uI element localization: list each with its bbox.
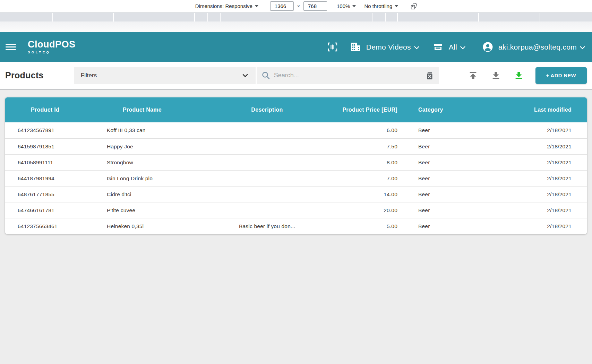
cell-category: Beer (404, 144, 463, 150)
content-area: Product Id Product Name Description Prod… (0, 90, 592, 364)
cell-price: 8.00 (335, 159, 404, 166)
cell-product-name: P'tite cuvee (85, 207, 199, 214)
column-header-description[interactable]: Description (199, 107, 335, 113)
search-input[interactable] (274, 72, 422, 79)
throttling-dropdown[interactable]: No throttling (364, 3, 398, 9)
devtools-toolbar: Dimensions: Responsive × 100% No throttl… (0, 0, 592, 12)
cell-product-name: Strongbow (85, 159, 199, 166)
cell-price: 5.00 (335, 223, 404, 229)
table-body: 641234567891Koff III 0,33 can6.00Beer2/1… (5, 122, 587, 234)
column-header-last-modified[interactable]: Last modified (463, 107, 587, 113)
column-header-price[interactable]: Product Price [EUR] (335, 107, 404, 113)
table-row[interactable]: 641234567891Koff III 0,33 can6.00Beer2/1… (5, 122, 587, 138)
cell-category: Beer (404, 159, 463, 166)
cell-last-modified: 2/18/2021 (463, 144, 587, 150)
brand-logo: CloudPOS SOLTEQ (28, 40, 76, 54)
products-toolbar: Products Filters (0, 62, 592, 90)
chevron-down-icon (242, 74, 248, 77)
chevron-down-icon (460, 46, 465, 49)
products-table: Product Id Product Name Description Prod… (5, 97, 587, 234)
download-template-icon[interactable] (514, 71, 523, 80)
cell-price: 20.00 (335, 207, 404, 214)
dimensions-dropdown[interactable]: Dimensions: Responsive (195, 3, 258, 9)
cell-last-modified: 2/18/2021 (463, 127, 587, 133)
caret-down-icon (352, 5, 356, 7)
column-header-category[interactable]: Category (404, 107, 463, 113)
store-filter-label: All (449, 43, 457, 51)
cell-price: 7.50 (335, 144, 404, 150)
cell-description: Basic beer if you don... (199, 223, 335, 229)
store-group-dropdown[interactable]: Demo Videos (366, 43, 419, 51)
viewport-height-input[interactable] (303, 1, 327, 11)
add-new-button[interactable]: + ADD NEW (535, 67, 587, 84)
cell-category: Beer (404, 175, 463, 182)
viewport-top-gap (0, 21, 592, 32)
cell-product-id: 641598791851 (5, 144, 85, 150)
dimensions-separator: × (297, 3, 300, 9)
cell-price: 7.00 (335, 175, 404, 182)
zoom-dropdown[interactable]: 100% (337, 3, 356, 9)
chevron-down-icon (580, 46, 585, 49)
brand-title: CloudPOS (28, 40, 76, 49)
store-filter-dropdown[interactable]: All (449, 43, 465, 51)
user-avatar-icon[interactable] (482, 42, 493, 52)
user-email: aki.korpua@solteq.com (498, 43, 577, 51)
caret-down-icon (255, 5, 258, 7)
filters-dropdown[interactable]: Filters (74, 67, 256, 84)
cell-product-id: 648761771855 (5, 191, 85, 198)
cell-product-id: 647466161781 (5, 207, 85, 214)
search-box (257, 67, 439, 84)
chevron-down-icon (414, 46, 419, 49)
cell-product-name: Heineken 0,35l (85, 223, 199, 229)
cell-product-name: Koff III 0,33 can (85, 127, 199, 133)
barcode-scanner-icon[interactable] (327, 42, 338, 52)
cell-product-name: Gin Long Drink plo (85, 175, 199, 182)
user-account-dropdown[interactable]: aki.korpua@solteq.com (498, 43, 585, 51)
cell-price: 6.00 (335, 127, 404, 133)
filters-label: Filters (81, 72, 242, 79)
app-header: CloudPOS SOLTEQ (0, 32, 592, 62)
cell-category: Beer (404, 207, 463, 214)
rotate-viewport-icon[interactable] (410, 2, 418, 10)
caret-down-icon (395, 5, 398, 7)
cell-product-id: 644187981994 (5, 175, 85, 182)
table-row[interactable]: 6412375663461Heineken 0,35lBasic beer if… (5, 218, 587, 234)
table-row[interactable]: 641598791851Happy Joe7.50Beer2/18/2021 (5, 138, 587, 154)
cell-product-id: 6412375663461 (5, 223, 85, 229)
zoom-label: 100% (337, 3, 350, 9)
table-row[interactable]: 644187981994Gin Long Drink plo7.00Beer2/… (5, 170, 587, 186)
cell-last-modified: 2/18/2021 (463, 159, 587, 166)
cell-category: Beer (404, 191, 463, 198)
store-group-label: Demo Videos (366, 43, 411, 51)
cell-product-name: Happy Joe (85, 144, 199, 150)
table-row[interactable]: 647466161781P'tite cuvee20.00Beer2/18/20… (5, 202, 587, 218)
column-header-product-id[interactable]: Product Id (5, 107, 85, 113)
cell-category: Beer (404, 223, 463, 229)
company-building-icon[interactable] (350, 42, 361, 52)
export-download-icon[interactable] (491, 71, 500, 80)
menu-hamburger-icon[interactable] (6, 44, 16, 50)
brand-subtitle: SOLTEQ (28, 51, 76, 54)
devtools-ruler-strip (0, 12, 592, 21)
cell-last-modified: 2/18/2021 (463, 175, 587, 182)
page-title: Products (5, 70, 74, 80)
table-row[interactable]: 648761771855Cidre d'Ici14.00Beer2/18/202… (5, 186, 587, 202)
column-header-product-name[interactable]: Product Name (85, 107, 199, 113)
cell-last-modified: 2/18/2021 (463, 207, 587, 214)
table-row[interactable]: 641058991111Strongbow8.00Beer2/18/2021 (5, 154, 587, 170)
table-header-row: Product Id Product Name Description Prod… (5, 97, 587, 122)
search-icon (261, 71, 270, 80)
cell-product-name: Cidre d'Ici (85, 191, 199, 198)
throttling-label: No throttling (364, 3, 392, 9)
storefront-icon[interactable] (433, 43, 443, 51)
cell-last-modified: 2/18/2021 (463, 191, 587, 198)
cell-product-id: 641234567891 (5, 127, 85, 133)
clear-search-icon[interactable] (426, 71, 434, 80)
viewport-width-input[interactable] (270, 1, 294, 11)
cell-category: Beer (404, 127, 463, 133)
cell-last-modified: 2/18/2021 (463, 223, 587, 229)
cell-product-id: 641058991111 (5, 159, 85, 166)
dimensions-label: Dimensions: Responsive (195, 3, 252, 9)
import-upload-icon[interactable] (469, 71, 478, 80)
cell-price: 14.00 (335, 191, 404, 198)
